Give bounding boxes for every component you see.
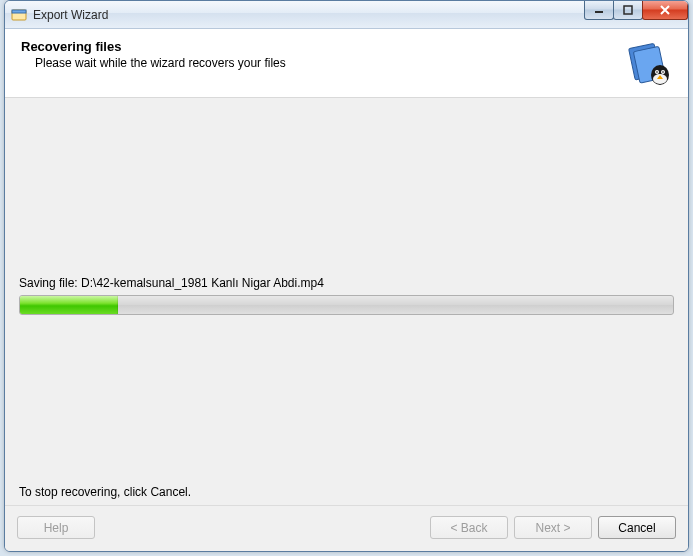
content-inner: Saving file: D:\42-kemalsunal_1981 Kanlı… xyxy=(17,110,676,499)
export-wizard-window: Export Wizard Recovering files Please wa… xyxy=(4,0,689,552)
titlebar[interactable]: Export Wizard xyxy=(5,1,688,29)
button-bar: Help < Back Next > Cancel xyxy=(5,505,688,551)
current-file-path: D:\42-kemalsunal_1981 Kanlı Nigar Abdi.m… xyxy=(81,276,324,290)
svg-rect-1 xyxy=(12,10,26,13)
back-button[interactable]: < Back xyxy=(430,516,508,539)
page-subtitle: Please wait while the wizard recovers yo… xyxy=(35,56,286,70)
wizard-content: Saving file: D:\42-kemalsunal_1981 Kanlı… xyxy=(5,98,688,505)
svg-point-10 xyxy=(656,71,658,73)
window-controls xyxy=(585,0,688,20)
stop-hint: To stop recovering, click Cancel. xyxy=(19,485,191,499)
app-icon xyxy=(11,7,27,23)
window-title: Export Wizard xyxy=(33,8,108,22)
help-button[interactable]: Help xyxy=(17,516,95,539)
progress-bar xyxy=(19,295,674,315)
close-button[interactable] xyxy=(642,0,688,20)
wizard-header: Recovering files Please wait while the w… xyxy=(5,29,688,98)
svg-point-11 xyxy=(662,71,664,73)
svg-rect-3 xyxy=(624,6,632,14)
maximize-button[interactable] xyxy=(613,0,643,20)
next-button[interactable]: Next > xyxy=(514,516,592,539)
progress-fill xyxy=(20,296,118,314)
minimize-button[interactable] xyxy=(584,0,614,20)
wizard-header-text: Recovering files Please wait while the w… xyxy=(21,39,286,70)
status-prefix: Saving file: xyxy=(19,276,81,290)
page-title: Recovering files xyxy=(21,39,286,54)
wizard-icon xyxy=(624,39,672,87)
status-line: Saving file: D:\42-kemalsunal_1981 Kanlı… xyxy=(19,276,324,290)
cancel-button[interactable]: Cancel xyxy=(598,516,676,539)
svg-rect-2 xyxy=(595,11,603,13)
